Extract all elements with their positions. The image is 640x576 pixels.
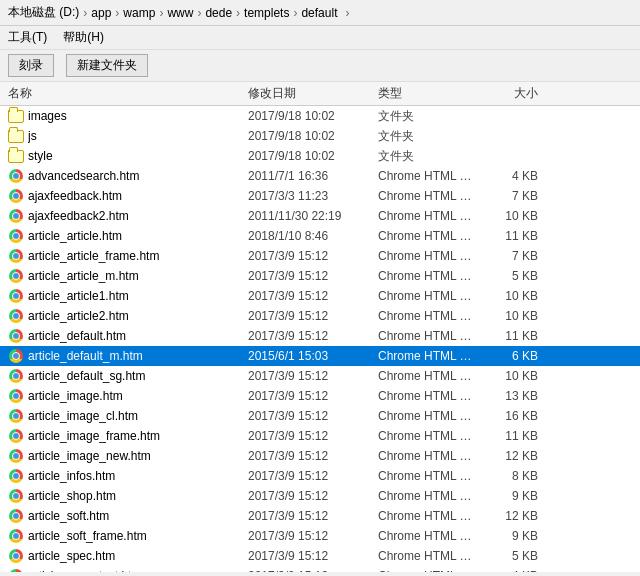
table-row[interactable]: js2017/9/18 10:02文件夹 [0, 126, 640, 146]
file-date: 2017/3/9 15:12 [248, 449, 378, 463]
table-row[interactable]: article_image_new.htm2017/3/9 15:12Chrom… [0, 446, 640, 466]
chrome-icon [8, 328, 24, 344]
table-row[interactable]: article_article_m.htm2017/3/9 15:12Chrom… [0, 266, 640, 286]
file-size: 5 KB [478, 549, 538, 563]
col-header-size[interactable]: 大小 [478, 85, 538, 102]
file-type: Chrome HTML D... [378, 269, 478, 283]
file-type: Chrome HTML D... [378, 409, 478, 423]
file-list: images2017/9/18 10:02文件夹js2017/9/18 10:0… [0, 106, 640, 572]
file-name: article_article.htm [28, 229, 248, 243]
file-size: 9 KB [478, 489, 538, 503]
table-row[interactable]: ajaxfeedback2.htm2011/11/30 22:19Chrome … [0, 206, 640, 226]
table-row[interactable]: article_image_cl.htm2017/3/9 15:12Chrome… [0, 406, 640, 426]
tools-menu[interactable]: 工具(T) [8, 29, 47, 46]
table-row[interactable]: article_infos.htm2017/3/9 15:12Chrome HT… [0, 466, 640, 486]
path-sep: › [159, 6, 163, 20]
file-name: ajaxfeedback2.htm [28, 209, 248, 223]
file-date: 2011/11/30 22:19 [248, 209, 378, 223]
file-name: article_default_m.htm [28, 349, 248, 363]
chrome-icon [8, 208, 24, 224]
file-size: 6 KB [478, 349, 538, 363]
table-row[interactable]: article_article.htm2018/1/10 8:46Chrome … [0, 226, 640, 246]
file-name: images [28, 109, 248, 123]
file-name: article_shop.htm [28, 489, 248, 503]
table-row[interactable]: article_default_m.htm2015/6/1 15:03Chrom… [0, 346, 640, 366]
file-name: article_image.htm [28, 389, 248, 403]
action-bar: 刻录 新建文件夹 [0, 50, 640, 82]
file-name: article_article_m.htm [28, 269, 248, 283]
file-name: js [28, 129, 248, 143]
file-type: Chrome HTML D... [378, 469, 478, 483]
path-sep: › [83, 6, 87, 20]
file-date: 2017/3/9 15:12 [248, 549, 378, 563]
file-size: 13 KB [478, 389, 538, 403]
chrome-icon [8, 348, 24, 364]
table-row[interactable]: article_image.htm2017/3/9 15:12Chrome HT… [0, 386, 640, 406]
file-date: 2017/3/9 15:12 [248, 269, 378, 283]
path-sep: › [197, 6, 201, 20]
table-row[interactable]: article_spec_test.htm2017/3/9 15:12Chrom… [0, 566, 640, 572]
file-date: 2017/3/9 15:12 [248, 249, 378, 263]
chrome-icon [8, 428, 24, 444]
file-date: 2017/9/18 10:02 [248, 109, 378, 123]
table-row[interactable]: article_default.htm2017/3/9 15:12Chrome … [0, 326, 640, 346]
file-type: Chrome HTML D... [378, 429, 478, 443]
file-date: 2017/3/9 15:12 [248, 469, 378, 483]
file-date: 2017/3/9 15:12 [248, 289, 378, 303]
file-name: article_spec_test.htm [28, 569, 248, 572]
path-sep: › [293, 6, 297, 20]
file-name: article_image_frame.htm [28, 429, 248, 443]
path-segment: 本地磁盘 (D:) [8, 4, 79, 21]
file-date: 2017/3/9 15:12 [248, 409, 378, 423]
file-type: Chrome HTML D... [378, 329, 478, 343]
file-size: 10 KB [478, 369, 538, 383]
table-row[interactable]: images2017/9/18 10:02文件夹 [0, 106, 640, 126]
file-size: 12 KB [478, 509, 538, 523]
folder-icon [8, 148, 24, 164]
delete-button[interactable]: 刻录 [8, 54, 54, 77]
file-date: 2017/3/9 15:12 [248, 389, 378, 403]
col-header-type[interactable]: 类型 [378, 85, 478, 102]
file-size: 11 KB [478, 329, 538, 343]
file-type: 文件夹 [378, 128, 478, 145]
file-type: 文件夹 [378, 108, 478, 125]
table-row[interactable]: article_soft_frame.htm2017/3/9 15:12Chro… [0, 526, 640, 546]
file-date: 2017/3/3 11:23 [248, 189, 378, 203]
table-row[interactable]: ajaxfeedback.htm2017/3/3 11:23Chrome HTM… [0, 186, 640, 206]
table-row[interactable]: article_default_sg.htm2017/3/9 15:12Chro… [0, 366, 640, 386]
table-row[interactable]: article_article2.htm2017/3/9 15:12Chrome… [0, 306, 640, 326]
table-row[interactable]: article_shop.htm2017/3/9 15:12Chrome HTM… [0, 486, 640, 506]
table-row[interactable]: article_soft.htm2017/3/9 15:12Chrome HTM… [0, 506, 640, 526]
menu-bar: 工具(T) 帮助(H) [0, 26, 640, 50]
col-header-name[interactable]: 名称 [8, 85, 248, 102]
file-date: 2011/7/1 16:36 [248, 169, 378, 183]
file-size: 4 KB [478, 569, 538, 572]
file-date: 2017/3/9 15:12 [248, 489, 378, 503]
file-size: 4 KB [478, 169, 538, 183]
file-name: style [28, 149, 248, 163]
folder-icon [8, 128, 24, 144]
file-date: 2017/3/9 15:12 [248, 309, 378, 323]
help-menu[interactable]: 帮助(H) [63, 29, 104, 46]
chrome-icon [8, 468, 24, 484]
col-header-date[interactable]: 修改日期 [248, 85, 378, 102]
file-type: Chrome HTML D... [378, 349, 478, 363]
table-row[interactable]: advancedsearch.htm2011/7/1 16:36Chrome H… [0, 166, 640, 186]
file-type: Chrome HTML D... [378, 369, 478, 383]
file-date: 2017/3/9 15:12 [248, 329, 378, 343]
table-row[interactable]: style2017/9/18 10:02文件夹 [0, 146, 640, 166]
new-folder-button[interactable]: 新建文件夹 [66, 54, 148, 77]
file-name: article_article2.htm [28, 309, 248, 323]
path-segment: dede [205, 6, 232, 20]
table-row[interactable]: article_article_frame.htm2017/3/9 15:12C… [0, 246, 640, 266]
folder-icon [8, 108, 24, 124]
chrome-icon [8, 448, 24, 464]
table-row[interactable]: article_spec.htm2017/3/9 15:12Chrome HTM… [0, 546, 640, 566]
file-size: 7 KB [478, 249, 538, 263]
table-row[interactable]: article_image_frame.htm2017/3/9 15:12Chr… [0, 426, 640, 446]
table-row[interactable]: article_article1.htm2017/3/9 15:12Chrome… [0, 286, 640, 306]
chrome-icon [8, 168, 24, 184]
chrome-icon [8, 188, 24, 204]
file-date: 2017/9/18 10:02 [248, 149, 378, 163]
path-segment: templets [244, 6, 289, 20]
